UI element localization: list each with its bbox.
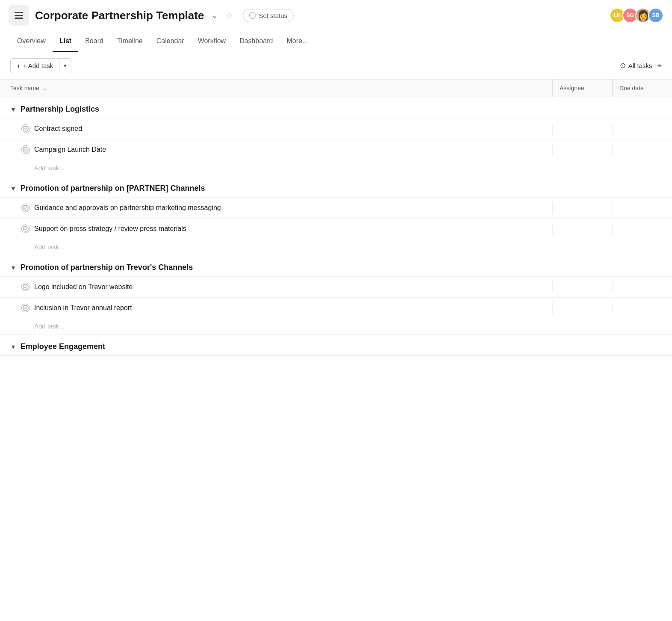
section-title: Promotion of partnership on [PARTNER] Ch… xyxy=(21,184,205,193)
due-date-cell xyxy=(612,144,672,156)
section-chevron-icon: ▼ xyxy=(10,106,16,113)
section-header-promotion-trevor[interactable]: ▼ Promotion of partnership on Trevor's C… xyxy=(0,255,672,276)
tab-overview[interactable]: Overview xyxy=(10,31,53,52)
table-row: Logo included on Trevor website xyxy=(0,276,672,297)
toolbar: + + Add task ▾ ⊙ All tasks ≡ xyxy=(0,52,672,80)
avatar-photo-icon: 👩 xyxy=(637,10,649,21)
circle-check-svg xyxy=(23,205,29,211)
section-chevron-icon: ▼ xyxy=(10,343,16,350)
section-promotion-trevor: ▼ Promotion of partnership on Trevor's C… xyxy=(0,255,672,334)
assignee-cell xyxy=(552,123,612,135)
task-check-icon[interactable] xyxy=(21,304,30,312)
menu-button[interactable] xyxy=(9,5,29,26)
project-title: Corporate Partnership Template xyxy=(35,9,204,22)
tab-workflow[interactable]: Workflow xyxy=(191,31,233,52)
add-task-dropdown-arrow[interactable]: ▾ xyxy=(59,59,71,72)
circle-check-svg xyxy=(23,126,29,132)
avatar-sb[interactable]: SB xyxy=(648,8,663,23)
set-status-button[interactable]: Set status xyxy=(243,9,294,22)
task-check-icon[interactable] xyxy=(21,145,30,154)
table-row: Campaign Launch Date xyxy=(0,139,672,160)
circle-check-svg xyxy=(23,226,29,232)
task-name-label: Task name xyxy=(10,85,39,92)
add-task-label: + Add task xyxy=(23,62,53,69)
task-name-text: Campaign Launch Date xyxy=(34,146,106,154)
avatar-group: LK SG 👩 SB xyxy=(612,8,663,23)
status-label: Set status xyxy=(259,12,287,19)
due-date-cell xyxy=(612,123,672,135)
tab-more[interactable]: More... xyxy=(280,31,315,52)
column-sort-icon[interactable]: ⌄ xyxy=(43,85,47,92)
assignee-cell xyxy=(552,202,612,214)
task-name-cell[interactable]: Inclusion in Trevor annual report xyxy=(0,298,552,318)
column-due-date: Due date xyxy=(612,80,672,97)
task-name-cell[interactable]: Campaign Launch Date xyxy=(0,139,552,160)
due-date-cell xyxy=(612,302,672,314)
due-date-cell xyxy=(612,202,672,214)
section-header-employee-engagement[interactable]: ▼ Employee Engagement xyxy=(0,334,672,355)
section-partnership-logistics: ▼ Partnership Logistics Contract signed xyxy=(0,97,672,176)
checkmark-circle-icon: ⊙ xyxy=(620,61,626,70)
assignee-cell xyxy=(552,281,612,293)
all-tasks-label: All tasks xyxy=(628,62,652,69)
assignee-cell xyxy=(552,223,612,235)
task-name-cell[interactable]: Contract signed xyxy=(0,118,552,139)
section-chevron-icon: ▼ xyxy=(10,185,16,192)
title-chevron-icon[interactable]: ⌄ xyxy=(212,11,218,20)
task-name-cell[interactable]: Logo included on Trevor website xyxy=(0,277,552,297)
section-title: Promotion of partnership on Trevor's Cha… xyxy=(21,263,193,272)
section-header-partnership-logistics[interactable]: ▼ Partnership Logistics xyxy=(0,97,672,118)
section-title: Employee Engagement xyxy=(21,342,105,351)
hamburger-icon xyxy=(15,12,23,19)
nav-tabs: Overview List Board Timeline Calendar Wo… xyxy=(0,31,672,52)
column-assignee: Assignee xyxy=(552,80,612,97)
task-name-text: Contract signed xyxy=(34,125,82,133)
tab-board[interactable]: Board xyxy=(78,31,110,52)
avatar-sb-initials: SB xyxy=(652,12,660,18)
all-tasks-button[interactable]: ⊙ All tasks xyxy=(620,61,652,70)
task-name-text: Logo included on Trevor website xyxy=(34,283,133,291)
tab-list[interactable]: List xyxy=(53,31,78,52)
assignee-cell xyxy=(552,144,612,156)
filter-icon[interactable]: ≡ xyxy=(657,61,662,70)
tab-calendar[interactable]: Calendar xyxy=(150,31,191,52)
task-check-icon[interactable] xyxy=(21,204,30,212)
assignee-label: Assignee xyxy=(560,85,584,92)
task-name-text: Guidance and approvals on partnership ma… xyxy=(34,204,221,212)
table-row: Support on press strategy / review press… xyxy=(0,218,672,239)
add-task-main[interactable]: + + Add task xyxy=(11,59,59,73)
add-task-button[interactable]: + + Add task ▾ xyxy=(10,58,71,73)
due-date-cell xyxy=(612,281,672,293)
assignee-cell xyxy=(552,302,612,314)
section-header-promotion-partner[interactable]: ▼ Promotion of partnership on [PARTNER] … xyxy=(0,176,672,197)
task-name-text: Support on press strategy / review press… xyxy=(34,225,186,233)
task-name-cell[interactable]: Guidance and approvals on partnership ma… xyxy=(0,198,552,218)
section-chevron-icon: ▼ xyxy=(10,264,16,271)
section-employee-engagement: ▼ Employee Engagement xyxy=(0,334,672,356)
tab-timeline[interactable]: Timeline xyxy=(110,31,150,52)
column-task-name: Task name ⌄ xyxy=(0,80,552,97)
avatar-sg-initials: SG xyxy=(626,12,634,18)
add-task-inline[interactable]: Add task... xyxy=(0,239,672,255)
star-icon[interactable]: ☆ xyxy=(226,10,233,21)
top-bar: Corporate Partnership Template ⌄ ☆ Set s… xyxy=(0,0,672,31)
task-name-cell[interactable]: Support on press strategy / review press… xyxy=(0,219,552,239)
plus-icon: + xyxy=(17,62,21,69)
table-row: Contract signed xyxy=(0,118,672,139)
task-check-icon[interactable] xyxy=(21,283,30,291)
status-circle-icon xyxy=(249,12,256,19)
circle-check-svg xyxy=(23,284,29,290)
table-row: Guidance and approvals on partnership ma… xyxy=(0,197,672,218)
section-title: Partnership Logistics xyxy=(21,105,99,114)
table-header: Task name ⌄ Assignee Due date xyxy=(0,80,672,97)
section-promotion-partner: ▼ Promotion of partnership on [PARTNER] … xyxy=(0,176,672,255)
tab-dashboard[interactable]: Dashboard xyxy=(233,31,280,52)
add-task-inline[interactable]: Add task... xyxy=(0,318,672,334)
due-date-cell xyxy=(612,223,672,235)
task-name-text: Inclusion in Trevor annual report xyxy=(34,304,132,312)
add-task-inline[interactable]: Add task... xyxy=(0,160,672,176)
table-row: Inclusion in Trevor annual report xyxy=(0,297,672,318)
task-check-icon[interactable] xyxy=(21,124,30,133)
task-check-icon[interactable] xyxy=(21,225,30,233)
due-date-label: Due date xyxy=(619,85,644,92)
